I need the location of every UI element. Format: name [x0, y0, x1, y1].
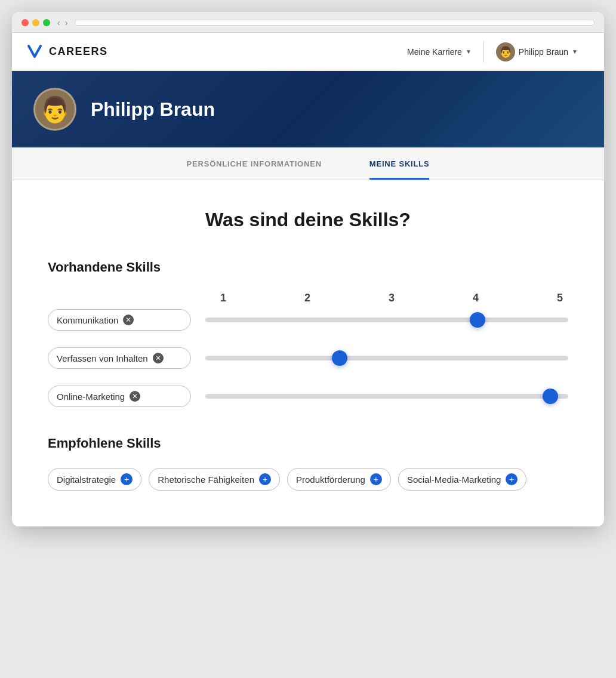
user-chevron-icon: ▼ — [572, 48, 578, 55]
avatar-icon: 👨 — [39, 95, 70, 124]
skill-name-kommunikation: Kommunikation — [57, 315, 118, 325]
skill-add-socialmedia[interactable]: + — [506, 473, 518, 485]
vorhandene-title: Vorhandene Skills — [48, 260, 568, 275]
skill-add-digitalstrategie[interactable]: + — [121, 473, 133, 485]
recommended-name-rhetorik: Rhetorische Fähigkeiten — [158, 474, 254, 485]
recommended-tag-rhetorik[interactable]: Rhetorische Fähigkeiten + — [149, 468, 280, 491]
skill-tag-marketing: Online-Marketing ✕ — [48, 386, 191, 407]
skill-add-rhetorik[interactable]: + — [259, 473, 271, 485]
scale-2: 2 — [301, 292, 313, 304]
scale-3: 3 — [386, 292, 398, 304]
recommended-tag-socialmedia[interactable]: Social-Media-Marketing + — [398, 468, 527, 491]
recommended-name-digitalstrategie: Digitalstrategie — [57, 474, 116, 485]
browser-dots — [21, 19, 50, 26]
skill-track-kommunikation — [205, 318, 568, 322]
minimize-dot[interactable] — [32, 19, 39, 26]
main-content: Was sind deine Skills? Vorhandene Skills… — [12, 180, 604, 526]
forward-icon[interactable]: › — [65, 18, 68, 27]
skill-tag-verfassen: Verfassen von Inhalten ✕ — [48, 347, 191, 369]
app-header: CAREERS Meine Karriere ▼ 👨 Philipp Braun… — [12, 33, 604, 71]
skill-remove-kommunikation[interactable]: ✕ — [123, 315, 134, 325]
skill-name-marketing: Online-Marketing — [57, 392, 125, 402]
skill-remove-verfassen[interactable]: ✕ — [153, 353, 164, 363]
skill-track-marketing — [205, 394, 568, 399]
skill-row-marketing: Online-Marketing ✕ — [48, 386, 568, 407]
avatar-small-icon: 👨 — [499, 45, 512, 58]
tabs-bar: PERSÖNLICHE INFORMATIONEN MEINE SKILLS — [12, 147, 604, 180]
recommended-tags: Digitalstrategie + Rhetorische Fähigkeit… — [48, 468, 568, 491]
logo-icon — [26, 44, 43, 60]
fullscreen-dot[interactable] — [43, 19, 50, 26]
skill-name-verfassen: Verfassen von Inhalten — [57, 353, 148, 363]
skill-thumb-kommunikation[interactable] — [470, 312, 485, 328]
recommended-tag-digitalstrategie[interactable]: Digitalstrategie + — [48, 468, 141, 491]
profile-avatar: 👨 — [33, 88, 76, 131]
skills-scale-header: 1 2 3 4 5 — [48, 292, 568, 304]
address-bar[interactable] — [75, 20, 595, 26]
skill-slider-kommunikation[interactable] — [205, 314, 568, 326]
app-logo: CAREERS — [26, 44, 108, 60]
skill-thumb-marketing[interactable] — [543, 389, 558, 404]
skill-tag-kommunikation: Kommunikation ✕ — [48, 309, 191, 331]
recommended-name-produktfoerderung: Produktförderung — [296, 474, 365, 485]
skill-slider-verfassen[interactable] — [205, 352, 568, 364]
profile-name: Philipp Braun — [91, 98, 215, 121]
browser-window: ‹ › CAREERS Meine Karriere ▼ 👨 Philipp B… — [12, 12, 604, 526]
browser-nav: ‹ › — [57, 18, 67, 27]
skill-remove-marketing[interactable]: ✕ — [130, 391, 140, 402]
recommended-tag-produktfoerderung[interactable]: Produktförderung + — [287, 468, 391, 491]
header-right: Meine Karriere ▼ 👨 Philipp Braun ▼ — [395, 41, 590, 63]
skill-slider-marketing[interactable] — [205, 390, 568, 402]
empfohlene-section: Empfohlene Skills Digitalstrategie + Rhe… — [48, 436, 568, 491]
tab-personal[interactable]: PERSÖNLICHE INFORMATIONEN — [187, 147, 322, 180]
skill-row-verfassen: Verfassen von Inhalten ✕ — [48, 347, 568, 369]
user-name-label: Philipp Braun — [519, 47, 568, 57]
skill-thumb-verfassen[interactable] — [332, 350, 347, 366]
close-dot[interactable] — [21, 19, 29, 26]
skill-add-produktfoerderung[interactable]: + — [370, 473, 382, 485]
scale-1: 1 — [217, 292, 229, 304]
karriere-chevron-icon: ▼ — [466, 48, 472, 55]
back-icon[interactable]: ‹ — [57, 18, 60, 27]
scale-numbers: 1 2 3 4 5 — [215, 292, 568, 304]
karriere-label: Meine Karriere — [407, 47, 462, 57]
scale-5: 5 — [554, 292, 566, 304]
skill-row-kommunikation: Kommunikation ✕ — [48, 309, 568, 331]
tab-skills[interactable]: MEINE SKILLS — [369, 147, 430, 180]
user-menu[interactable]: 👨 Philipp Braun ▼ — [484, 42, 590, 61]
recommended-name-socialmedia: Social-Media-Marketing — [407, 474, 501, 485]
page-heading: Was sind deine Skills? — [48, 209, 568, 231]
scale-4: 4 — [470, 292, 482, 304]
browser-chrome: ‹ › — [12, 12, 604, 33]
empfohlene-title: Empfohlene Skills — [48, 436, 568, 451]
vorhandene-section: Vorhandene Skills 1 2 3 4 5 Kommunikatio… — [48, 260, 568, 407]
karriere-menu[interactable]: Meine Karriere ▼ — [395, 47, 483, 57]
app-title: CAREERS — [49, 45, 108, 58]
skill-track-verfassen — [205, 356, 568, 360]
profile-banner: 👨 Philipp Braun — [12, 71, 604, 147]
user-avatar-small: 👨 — [496, 42, 515, 61]
